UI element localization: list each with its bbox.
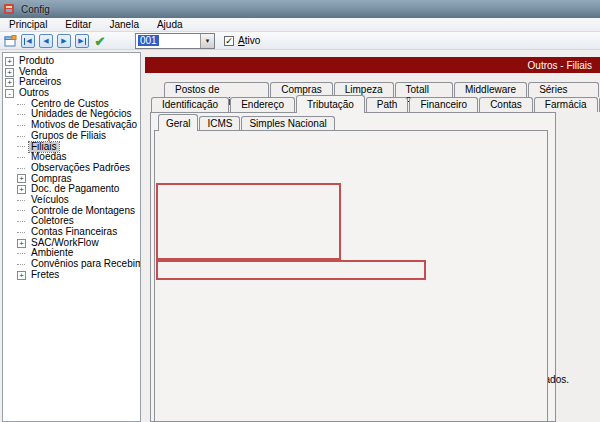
branch-combobox[interactable]: 001 ▼ xyxy=(135,33,215,49)
tree-connector xyxy=(17,253,25,254)
tab-simples-nacional[interactable]: Simples Nacional xyxy=(241,116,334,130)
config-tree: +Produto+Venda+Parceiros-OutrosCentro de… xyxy=(2,52,141,422)
confirm-check-icon: ✔ xyxy=(95,34,106,49)
expand-icon[interactable]: + xyxy=(17,271,26,280)
tab-postos-de-combustiveis[interactable]: Postos de Combustíveis xyxy=(164,82,269,97)
menu-principal[interactable]: Principal xyxy=(0,18,56,32)
menu-bar: Principal Editar Janela Ajuda xyxy=(0,18,600,32)
last-record-button[interactable]: ▶ xyxy=(75,34,89,48)
tab-totall-pos[interactable]: Totall POS xyxy=(395,82,453,97)
tab-endereco[interactable]: Endereço xyxy=(230,97,295,112)
title-bar: Config xyxy=(0,0,600,18)
window-title: Config xyxy=(21,4,50,15)
inner-tab-row: GeralICMSSimples Nacional xyxy=(158,116,336,133)
tab-path[interactable]: Path xyxy=(366,97,409,112)
tree-connector xyxy=(17,232,25,233)
ativo-checkbox[interactable]: ✓ Ativo xyxy=(224,35,260,46)
expand-icon[interactable]: + xyxy=(17,239,26,248)
tab-geral[interactable]: Geral xyxy=(158,114,198,131)
tree-connector xyxy=(17,200,25,201)
branch-combobox-value: 001 xyxy=(138,35,159,46)
tree-item-doc-de-pagamento[interactable]: +Doc. de Pagamento xyxy=(3,184,140,195)
tab-contas[interactable]: Contas xyxy=(479,97,533,112)
config-window: Config Principal Editar Janela Ajuda ◀ ◀… xyxy=(0,0,600,422)
tab-series-padrao[interactable]: Séries Padrão xyxy=(528,82,599,97)
tree-item-grupos-de-filiais[interactable]: Grupos de Filiais xyxy=(3,131,140,142)
tree-connector xyxy=(17,136,25,137)
tree-item-fretes[interactable]: +Fretes xyxy=(3,270,140,281)
prior-record-icon: ◀ xyxy=(43,37,48,45)
prior-record-button[interactable]: ◀ xyxy=(39,34,53,48)
toolbar: ◀ ◀ ▶ ▶ ✔ 001 ▼ ✓ Ativo xyxy=(0,32,600,50)
confirm-button[interactable]: ✔ xyxy=(93,34,107,48)
expand-icon[interactable]: + xyxy=(17,174,26,183)
ativo-checkbox-box[interactable]: ✓ xyxy=(224,36,234,46)
tab-tributacao[interactable]: Tributação xyxy=(296,95,365,113)
next-record-icon: ▶ xyxy=(61,37,66,45)
tree-connector xyxy=(17,114,25,115)
section-header: Outros - Filiais xyxy=(145,57,600,73)
tab-farmacia[interactable]: Farmácia xyxy=(534,97,598,112)
tree-connector xyxy=(17,168,25,169)
next-record-button[interactable]: ▶ xyxy=(57,34,71,48)
tree-item-label: Fretes xyxy=(29,270,61,281)
tab-icms[interactable]: ICMS xyxy=(199,116,240,130)
tab-identificacao[interactable]: Identificação xyxy=(151,97,229,112)
new-record-button[interactable] xyxy=(3,34,17,48)
tree-item-convenios-para-recebimentos-c[interactable]: Convênios para Recebimentos c xyxy=(3,259,140,270)
last-record-icon xyxy=(85,38,86,45)
menu-janela[interactable]: Janela xyxy=(100,18,147,32)
tab-middleware[interactable]: Middleware xyxy=(454,82,527,97)
menu-editar[interactable]: Editar xyxy=(56,18,100,32)
tree-connector xyxy=(17,125,25,126)
tree-connector xyxy=(17,264,25,265)
expand-icon[interactable]: + xyxy=(5,68,14,77)
tree-connector xyxy=(17,104,25,105)
first-record-button[interactable]: ◀ xyxy=(21,34,35,48)
tab-financeiro[interactable]: Financeiro xyxy=(409,97,478,112)
menu-ajuda[interactable]: Ajuda xyxy=(148,18,192,32)
tab-row-1: Postos de CombustíveisComprasLimpezaTota… xyxy=(164,82,600,97)
collapse-icon[interactable]: - xyxy=(5,89,14,98)
tree-item-filiais[interactable]: Filiais xyxy=(3,142,140,153)
tree-item-label: Observações Padrões xyxy=(29,163,132,174)
expand-icon[interactable]: + xyxy=(5,78,14,87)
expand-icon[interactable]: + xyxy=(5,57,14,66)
chevron-down-icon[interactable]: ▼ xyxy=(200,34,214,48)
ativo-label: Ativo xyxy=(238,35,260,46)
tree-connector xyxy=(17,146,25,147)
new-record-icon xyxy=(4,35,17,48)
tree-connector xyxy=(17,157,25,158)
expand-icon[interactable]: + xyxy=(17,185,26,194)
first-record-icon xyxy=(24,38,25,45)
breadcrumb: Outros - Filiais xyxy=(528,60,592,71)
app-icon xyxy=(4,3,16,15)
tree-item-label: Grupos de Filiais xyxy=(29,131,108,142)
inner-tab-page-geral xyxy=(154,130,548,422)
tree-connector xyxy=(17,221,25,222)
tree-connector xyxy=(17,210,25,211)
tree-item-observacoes-padroes[interactable]: Observações Padrões xyxy=(3,163,140,174)
